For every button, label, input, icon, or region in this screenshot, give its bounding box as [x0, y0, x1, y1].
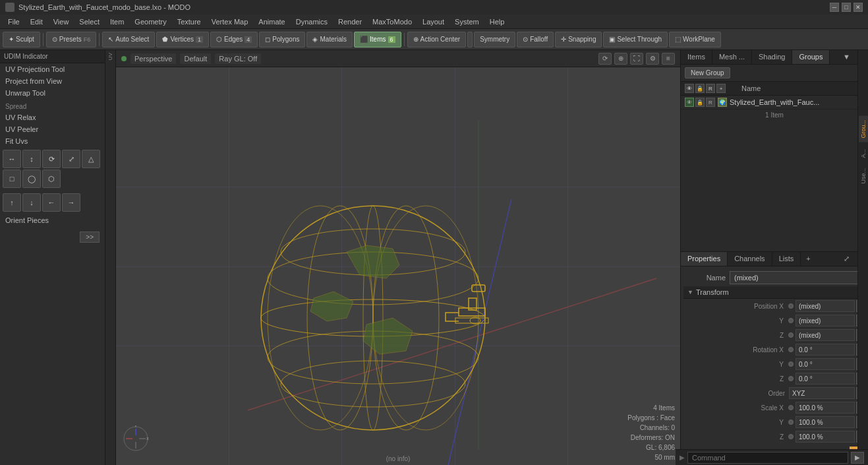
expand-button[interactable]: >>	[80, 232, 100, 243]
default-label[interactable]: Default	[180, 53, 211, 64]
tool-btn-5[interactable]: △	[82, 150, 100, 168]
position-y-dot[interactable]	[788, 318, 794, 323]
position-z-dot[interactable]	[788, 332, 794, 338]
polygons-button[interactable]: ◻ Polygons	[259, 32, 305, 47]
expand-tabs-button[interactable]: ▼	[839, 50, 854, 64]
tool-btn-8[interactable]: ⬡	[42, 170, 61, 188]
menu-help[interactable]: Help	[484, 16, 510, 27]
tool-btn-6[interactable]: □	[3, 170, 21, 188]
tool-btn-11[interactable]: ←	[42, 193, 61, 212]
item-render-icon[interactable]: R	[706, 98, 715, 107]
pan-icon-button[interactable]: ⛶	[630, 53, 643, 65]
render-column-icon[interactable]: R	[706, 84, 715, 93]
scale-z-dot[interactable]	[788, 434, 794, 439]
props-expand-button[interactable]: ⤢	[840, 252, 854, 266]
falloff-button[interactable]: ⊙ Falloff	[517, 32, 554, 47]
item-eye-icon[interactable]: 👁	[685, 98, 694, 107]
menu-geometry[interactable]: Geometry	[129, 16, 171, 27]
unwrap-tool[interactable]: Unwrap Tool	[0, 87, 105, 99]
list-item[interactable]: 👁 🔒 R 🌍 Stylized_Earth_with_Fauc...	[681, 96, 868, 109]
orbit-icon-button[interactable]: ⟳	[598, 53, 612, 65]
eye-column-icon[interactable]: 👁	[685, 84, 694, 93]
menu-item[interactable]: Item	[105, 16, 129, 27]
tab-properties[interactable]: Properties	[681, 252, 728, 266]
uv-relax[interactable]: UV Relax	[0, 111, 105, 123]
position-y-input[interactable]: (mixed)	[796, 315, 855, 326]
close-button[interactable]: ✕	[854, 3, 863, 12]
tab-shading[interactable]: Shading	[752, 50, 792, 64]
add-tab-button[interactable]: +	[802, 252, 814, 266]
window-controls[interactable]: ─ □ ✕	[830, 3, 863, 12]
auto-select-button[interactable]: ↖ Auto Select	[102, 32, 155, 47]
project-from-view[interactable]: Project from View	[0, 75, 105, 87]
side-tab-a[interactable]: A...	[859, 145, 868, 162]
maximize-button[interactable]: □	[842, 3, 851, 12]
command-input[interactable]	[687, 452, 848, 464]
workplane-button[interactable]: ⬚ WorkPlane	[669, 32, 721, 47]
tool-btn-2[interactable]: ↕	[22, 150, 41, 168]
settings-icon-button[interactable]: ⚙	[646, 53, 659, 65]
snapping-button[interactable]: ✛ Snapping	[555, 32, 602, 47]
position-z-input[interactable]: (mixed)	[796, 329, 855, 341]
menu-maxtomodo[interactable]: MaxToModo	[367, 16, 417, 27]
tool-btn-4[interactable]: ⤢	[62, 150, 80, 168]
tool-btn-3[interactable]: ⟳	[42, 150, 61, 168]
items-button[interactable]: ⬛ Items 6	[354, 32, 401, 47]
fit-uvs[interactable]: Fit Uvs	[0, 135, 105, 147]
menu-select[interactable]: Select	[74, 16, 105, 27]
sculpt-button[interactable]: ✦ Sculpt	[3, 32, 40, 47]
materials-button[interactable]: ◈ Materials	[306, 32, 353, 47]
position-x-input[interactable]: (mixed)	[796, 300, 855, 312]
lock-column-icon[interactable]: 🔒	[695, 84, 705, 93]
vertices-button[interactable]: ⬟ Vertices 1	[156, 32, 209, 47]
viewport-menu-button[interactable]: ≡	[662, 53, 675, 65]
tab-mesh[interactable]: Mesh ...	[712, 50, 752, 64]
minimize-button[interactable]: ─	[830, 3, 839, 12]
expand-column-icon[interactable]: +	[716, 84, 726, 93]
menu-dynamics[interactable]: Dynamics	[291, 16, 333, 27]
zoom-icon-button[interactable]: ⊕	[614, 53, 627, 65]
side-tab-use[interactable]: Use...	[859, 164, 868, 188]
scale-y-dot[interactable]	[788, 419, 794, 425]
presets-button[interactable]: ⊙ Presets F6	[46, 32, 96, 47]
rotation-x-dot[interactable]	[788, 347, 794, 352]
rotation-y-dot[interactable]	[788, 361, 794, 367]
item-lock-icon[interactable]: 🔒	[695, 98, 705, 107]
rotation-y-input[interactable]: 0.0 °	[796, 358, 855, 370]
scale-y-input[interactable]: 100.0 %	[796, 416, 855, 428]
perspective-label[interactable]: Perspective	[130, 53, 176, 64]
symmetry-label-button[interactable]: Symmetry	[474, 32, 515, 47]
order-select[interactable]: XYZ	[789, 387, 855, 399]
tab-items[interactable]: Items	[681, 50, 712, 64]
command-submit-button[interactable]: ▶	[851, 452, 864, 464]
tab-groups[interactable]: Groups	[792, 50, 830, 64]
tool-btn-7[interactable]: ◯	[22, 170, 41, 188]
tool-btn-9[interactable]: ↑	[3, 193, 21, 212]
menu-texture[interactable]: Texture	[172, 16, 206, 27]
viewport-canvas[interactable]: Y X 4 Items Polygons : Face Channels: 0 …	[116, 67, 680, 465]
action-center-button[interactable]: ⊕ Action Center	[407, 32, 467, 47]
scale-z-input[interactable]: 100.0 %	[796, 431, 855, 443]
uv-peeler[interactable]: UV Peeler	[0, 123, 105, 135]
side-tab-groups[interactable]: Grou...	[859, 116, 868, 142]
menu-view[interactable]: View	[48, 16, 74, 27]
menu-render[interactable]: Render	[333, 16, 367, 27]
rotation-z-dot[interactable]	[788, 376, 794, 381]
tool-btn-1[interactable]: ↔	[3, 150, 21, 168]
ray-gl-label[interactable]: Ray GL: Off	[215, 53, 261, 64]
symmetry-button[interactable]	[467, 32, 473, 47]
uv-projection-tool[interactable]: UV Projection Tool	[0, 63, 105, 75]
position-x-dot[interactable]	[788, 303, 794, 309]
rotation-x-input[interactable]: 0.0 °	[796, 344, 855, 356]
scale-x-input[interactable]: 100.0 %	[796, 402, 855, 414]
edges-button[interactable]: ⬡ Edges 4	[210, 32, 258, 47]
rotation-z-input[interactable]: 0.0 °	[796, 373, 855, 385]
menu-layout[interactable]: Layout	[417, 16, 449, 27]
scale-x-dot[interactable]	[788, 405, 794, 410]
select-through-button[interactable]: ▣ Select Through	[603, 32, 668, 47]
menu-vertex-map[interactable]: Vertex Map	[206, 16, 254, 27]
tool-btn-12[interactable]: →	[62, 193, 80, 212]
menu-system[interactable]: System	[449, 16, 484, 27]
tool-btn-10[interactable]: ↓	[22, 193, 41, 212]
menu-edit[interactable]: Edit	[25, 16, 48, 27]
